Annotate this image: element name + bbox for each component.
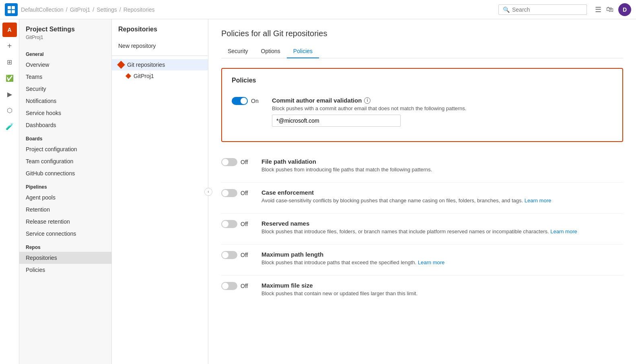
policy-title-max-file-size: Maximum file size bbox=[261, 282, 623, 289]
toggle-label-case-enforcement: Off bbox=[241, 190, 248, 196]
toggle-group-file-path: Off bbox=[221, 158, 253, 166]
nav-repositories[interactable]: Repositories bbox=[19, 252, 111, 264]
project-settings-title: Project Settings bbox=[19, 26, 111, 35]
tab-security[interactable]: Security bbox=[221, 45, 255, 58]
main-content: Policies for all Git repositories Securi… bbox=[208, 19, 636, 364]
toggle-group-commit-author: On bbox=[232, 97, 264, 105]
toggle-max-path-length[interactable] bbox=[221, 251, 237, 259]
project-settings-panel: Project Settings GitProj1 General Overvi… bbox=[19, 19, 112, 364]
policy-row-reserved-names: Off Reserved names Block pushes that int… bbox=[221, 214, 623, 245]
git-repos-icon bbox=[117, 61, 125, 69]
test-icon[interactable]: ⬡ bbox=[2, 103, 17, 117]
org-icon[interactable]: A bbox=[2, 23, 17, 37]
tab-options[interactable]: Options bbox=[255, 45, 287, 58]
toggle-label-commit-author: On bbox=[251, 98, 259, 104]
section-general-label: General bbox=[19, 47, 111, 59]
boards-icon[interactable]: ⊞ bbox=[2, 55, 17, 69]
gitproj1-label: GitProj1 bbox=[134, 73, 154, 79]
toggle-label-reserved-names: Off bbox=[241, 221, 248, 227]
nav-agent-pools[interactable]: Agent pools bbox=[19, 191, 111, 204]
svg-rect-0 bbox=[8, 6, 11, 9]
policy-desc-max-file-size: Block pushes that contain new or updated… bbox=[261, 290, 623, 296]
nav-notifications[interactable]: Notifications bbox=[19, 95, 111, 107]
policy-content-reserved-names: Reserved names Block pushes that introdu… bbox=[261, 220, 623, 238]
nav-teams[interactable]: Teams bbox=[19, 71, 111, 83]
svg-rect-3 bbox=[12, 10, 15, 13]
breadcrumb-sep1: / bbox=[66, 6, 68, 13]
nav-retention[interactable]: Retention bbox=[19, 204, 111, 216]
topnav: DefaultCollection / GitProj1 / Settings … bbox=[0, 0, 636, 19]
menu-icon[interactable]: ☰ bbox=[595, 5, 601, 14]
tabs: Security Options Policies bbox=[221, 45, 623, 58]
toggle-file-path[interactable] bbox=[221, 158, 237, 166]
learn-more-max-path-length[interactable]: Learn more bbox=[418, 259, 445, 265]
policy-row-file-path: Off File path validation Block pushes fr… bbox=[221, 152, 623, 183]
search-input[interactable] bbox=[512, 6, 582, 13]
git-repositories-item[interactable]: Git repositories bbox=[112, 59, 208, 70]
policies-section-label: Policies bbox=[232, 77, 613, 84]
toggle-label-file-path: Off bbox=[241, 159, 248, 165]
policy-content-case-enforcement: Case enforcement Avoid case-sensitivity … bbox=[261, 189, 623, 207]
repos-panel-title: Repositories bbox=[112, 26, 208, 39]
gitproj1-icon bbox=[126, 73, 131, 79]
nav-security[interactable]: Security bbox=[19, 83, 111, 95]
section-pipelines-label: Pipelines bbox=[19, 179, 111, 191]
nav-service-connections[interactable]: Service connections bbox=[19, 228, 111, 240]
toggle-group-reserved-names: Off bbox=[221, 220, 253, 228]
learn-more-reserved-names[interactable]: Learn more bbox=[550, 228, 577, 234]
topnav-actions: ☰ 🛍 D bbox=[595, 3, 631, 16]
nav-service-hooks[interactable]: Service hooks bbox=[19, 107, 111, 119]
commit-email-pattern-input[interactable] bbox=[272, 115, 401, 127]
policy-row-commit-author: On Commit author email validation i Bloc… bbox=[232, 90, 613, 133]
info-icon-commit-author[interactable]: i bbox=[364, 97, 370, 104]
policy-desc-commit-author: Block pushes with a commit author email … bbox=[272, 105, 613, 111]
section-repos-label: Repos bbox=[19, 240, 111, 252]
repos-panel: Repositories New repository Git reposito… bbox=[112, 19, 208, 364]
artifacts-icon[interactable]: 🧪 bbox=[2, 119, 17, 134]
policy-desc-max-path-length: Block pushes that introduce paths that e… bbox=[261, 259, 623, 265]
gitproj1-item[interactable]: GitProj1 bbox=[112, 70, 208, 82]
shopping-icon[interactable]: 🛍 bbox=[606, 5, 613, 14]
nav-release-retention[interactable]: Release retention bbox=[19, 216, 111, 228]
policy-row-max-path-length: Off Maximum path length Block pushes tha… bbox=[221, 245, 623, 276]
toggle-group-max-file-size: Off bbox=[221, 282, 253, 290]
breadcrumb-repos[interactable]: Repositories bbox=[123, 6, 155, 13]
app-logo[interactable] bbox=[5, 3, 18, 16]
toggle-label-max-file-size: Off bbox=[241, 283, 248, 289]
nav-dashboards[interactable]: Dashboards bbox=[19, 119, 111, 131]
activity-bar: A + ⊞ ✅ ▶ ⬡ 🧪 bbox=[0, 19, 19, 364]
policy-content-commit-author: Commit author email validation i Block p… bbox=[272, 97, 613, 127]
breadcrumb-org[interactable]: DefaultCollection bbox=[21, 6, 64, 13]
checklist-icon[interactable]: ✅ bbox=[2, 71, 17, 85]
project-settings-subtitle: GitProj1 bbox=[19, 35, 111, 47]
policy-content-max-path-length: Maximum path length Block pushes that in… bbox=[261, 251, 623, 269]
collapse-panel-button[interactable]: ‹ bbox=[204, 188, 212, 196]
toggle-group-max-path-length: Off bbox=[221, 251, 253, 259]
nav-github-connections[interactable]: GitHub connections bbox=[19, 167, 111, 179]
breadcrumb-sep3: / bbox=[119, 6, 121, 13]
policy-desc-case-enforcement: Avoid case-sensitivity conflicts by bloc… bbox=[261, 197, 623, 204]
breadcrumb-settings[interactable]: Settings bbox=[97, 6, 117, 13]
policy-content-max-file-size: Maximum file size Block pushes that cont… bbox=[261, 282, 623, 300]
policy-desc-reserved-names: Block pushes that introduce files, folde… bbox=[261, 228, 623, 234]
nav-overview[interactable]: Overview bbox=[19, 59, 111, 71]
policy-title-max-path-length: Maximum path length bbox=[261, 251, 623, 258]
policy-title-commit-author: Commit author email validation i bbox=[272, 97, 613, 104]
add-project-icon[interactable]: + bbox=[2, 39, 17, 53]
toggle-commit-author[interactable] bbox=[232, 97, 248, 105]
tab-policies[interactable]: Policies bbox=[287, 45, 319, 58]
toggle-reserved-names[interactable] bbox=[221, 220, 237, 228]
nav-policies[interactable]: Policies bbox=[19, 264, 111, 276]
learn-more-case-enforcement[interactable]: Learn more bbox=[525, 197, 551, 204]
search-box[interactable]: 🔍 bbox=[498, 4, 587, 15]
pipelines-icon[interactable]: ▶ bbox=[2, 87, 17, 101]
toggle-group-case-enforcement: Off bbox=[221, 189, 253, 197]
breadcrumb-project[interactable]: GitProj1 bbox=[70, 6, 91, 13]
nav-team-configuration[interactable]: Team configuration bbox=[19, 155, 111, 167]
toggle-max-file-size[interactable] bbox=[221, 282, 237, 290]
toggle-case-enforcement[interactable] bbox=[221, 189, 237, 197]
new-repository-button[interactable]: New repository bbox=[112, 39, 208, 52]
avatar[interactable]: D bbox=[618, 3, 631, 16]
toggle-label-max-path-length: Off bbox=[241, 252, 248, 258]
nav-project-configuration[interactable]: Project configuration bbox=[19, 143, 111, 155]
